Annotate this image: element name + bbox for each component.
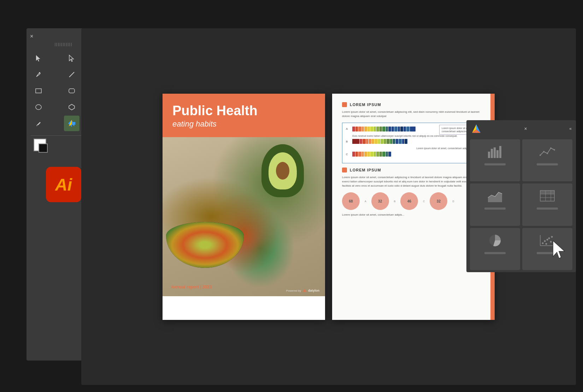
section2-dot: [342, 168, 347, 172]
close-icon[interactable]: ×: [30, 33, 33, 40]
cover-page: Public Health eating habits: [163, 94, 325, 320]
chart-annotation-1: Duis nostrud exerci tation ullamcorper s…: [346, 134, 481, 138]
bar-chart-svg: [486, 145, 504, 159]
pie-chart-icon: [484, 232, 506, 249]
svg-marker-0: [36, 55, 40, 62]
line-tool-button[interactable]: [64, 67, 80, 82]
datylon-tool-button[interactable]: [64, 116, 80, 131]
table-chart-svg: [538, 189, 556, 203]
table-chart-option[interactable]: [522, 183, 572, 226]
chart-picker-header: × «: [466, 120, 576, 137]
scatter-chart-svg: [538, 233, 556, 247]
circle-c: 46: [400, 192, 418, 210]
svg-rect-36: [546, 191, 551, 194]
section1-body: Lorem ipsum dolor sit amet, consectetuer…: [342, 110, 485, 118]
select-tool-button[interactable]: [31, 51, 46, 66]
powered-by-area: Powered by datylon: [286, 288, 319, 293]
row-a-label: A: [346, 127, 350, 130]
footer-text: Lorem ipsum dolor sit amet, consectetuer…: [342, 213, 485, 217]
area-chart-option[interactable]: [470, 183, 520, 226]
chart-row-b: B: [346, 139, 481, 144]
cover-title: Public Health: [172, 104, 315, 118]
chart-picker-panel: × «: [466, 120, 576, 272]
bar-chart-option[interactable]: [470, 139, 520, 181]
svg-rect-5: [69, 89, 75, 93]
scatter-chart-option[interactable]: [522, 228, 572, 270]
section1-header: LOREM IPSUM: [342, 102, 485, 107]
svg-point-25: [543, 151, 544, 152]
table-chart-icon: [537, 187, 558, 205]
circle-b-label-area: B: [394, 200, 396, 203]
pie-chart-svg: [486, 233, 504, 247]
bar-chart-icon: [484, 143, 506, 160]
circle-b: 32: [371, 192, 389, 210]
table-chart-label: [537, 207, 558, 210]
svg-point-46: [546, 243, 547, 245]
scatter-chart-icon: [537, 232, 558, 249]
chart-type-grid: [466, 137, 576, 272]
chart-picker-collapse[interactable]: «: [569, 126, 572, 131]
svg-point-42: [544, 240, 546, 242]
svg-line-3: [69, 72, 74, 77]
datylon-logo: [471, 123, 482, 134]
svg-rect-19: [488, 152, 490, 158]
chart-annotation-2: Lorem ipsum dolor sit amet, consectetuer…: [346, 147, 481, 150]
cover-header: Public Health eating habits: [163, 94, 325, 138]
svg-point-44: [548, 237, 550, 239]
svg-rect-21: [494, 147, 496, 158]
pie-chart-label: [484, 252, 506, 254]
svg-rect-23: [499, 146, 501, 158]
svg-marker-7: [69, 104, 75, 110]
section1-title: LOREM IPSUM: [350, 103, 381, 107]
line-chart-svg: [538, 145, 556, 159]
polygon-tool-button[interactable]: [64, 99, 80, 115]
direct-select-tool-button[interactable]: [64, 51, 80, 66]
svg-marker-14: [303, 289, 306, 292]
svg-rect-37: [551, 191, 554, 194]
cover-photo: Annual report | 2023 Powered by datylon: [163, 137, 325, 296]
svg-line-8: [36, 125, 37, 126]
row-b-label: B: [346, 140, 350, 143]
svg-point-24: [540, 154, 541, 156]
svg-point-2: [39, 72, 40, 74]
svg-point-28: [554, 149, 555, 151]
svg-marker-1: [69, 55, 73, 62]
svg-point-27: [550, 147, 552, 149]
svg-marker-29: [488, 192, 502, 202]
svg-rect-22: [496, 150, 499, 158]
chart-container[interactable]: Lorem ipsum dolor sit amet, consectetuer…: [342, 123, 485, 164]
section2-header: LOREM IPSUM: [342, 168, 485, 172]
circle-a: 68: [342, 192, 360, 210]
avocado-illustration: [261, 144, 304, 197]
annual-report-label: Annual report | 2023: [171, 283, 212, 290]
line-chart-label: [537, 163, 558, 165]
bowl-illustration: [166, 204, 258, 268]
circle-d: 32: [430, 192, 447, 210]
pie-chart-option[interactable]: [470, 228, 520, 270]
svg-point-6: [36, 105, 41, 110]
svg-rect-4: [36, 89, 41, 93]
svg-point-26: [547, 153, 548, 154]
pen-tool-button[interactable]: [31, 67, 46, 82]
svg-point-47: [550, 241, 552, 242]
row-c-label: C: [346, 153, 350, 156]
rect-tool-button[interactable]: [31, 83, 46, 99]
ellipse-tool-button[interactable]: [31, 99, 46, 115]
line-chart-option[interactable]: [522, 139, 572, 181]
svg-point-43: [547, 239, 548, 240]
background-swatch[interactable]: [39, 144, 48, 153]
datylon-mini-logo: [302, 288, 307, 293]
rounded-rect-tool-button[interactable]: [64, 83, 80, 99]
section2-body: Lorem ipsum dolor sit amet, consectetuer…: [342, 175, 485, 188]
svg-point-41: [542, 242, 544, 244]
chart-picker-close[interactable]: ×: [524, 126, 527, 131]
area-chart-svg: [486, 189, 504, 203]
section2-title: LOREM IPSUM: [350, 168, 381, 172]
bar-chart-label: [484, 163, 506, 165]
circle-c-label-area: C: [423, 200, 425, 203]
area-chart-icon: [484, 187, 506, 205]
circle-d-label-area: D: [452, 200, 454, 203]
section-dot: [342, 102, 347, 107]
pencil-tool-button[interactable]: [31, 116, 46, 131]
svg-rect-35: [540, 191, 546, 194]
